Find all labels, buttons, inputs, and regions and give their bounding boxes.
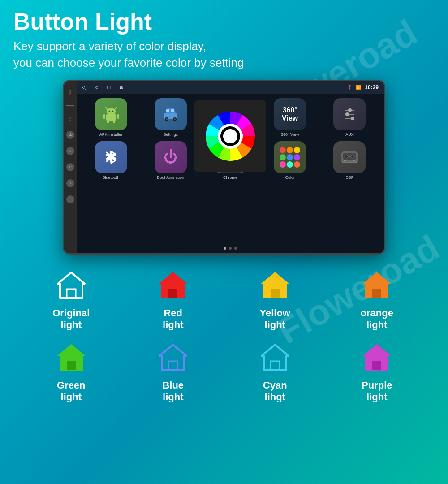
app-360view[interactable]: 360°View 360° View bbox=[263, 98, 318, 137]
svg-rect-46 bbox=[168, 361, 177, 370]
green-light-label: Greenlight bbox=[57, 380, 86, 403]
light-yellow: Yellowlight bbox=[226, 268, 324, 331]
view360-text: 360°View bbox=[282, 106, 298, 122]
home-btn[interactable]: ⌂ bbox=[66, 147, 74, 155]
svg-rect-48 bbox=[271, 361, 280, 370]
app-aux[interactable]: AUX bbox=[322, 98, 377, 137]
dot-1 bbox=[224, 247, 226, 250]
color-label: Color bbox=[285, 175, 295, 180]
apk-label: APK installer bbox=[99, 132, 123, 137]
svg-point-21 bbox=[345, 112, 349, 116]
svg-point-3 bbox=[108, 110, 110, 112]
app-color[interactable]: Color bbox=[263, 141, 318, 180]
lights-grid: Originallight Redlight Yellowlight bbox=[13, 268, 435, 403]
rst-label: RST bbox=[69, 116, 72, 121]
house-icon-yellow bbox=[257, 268, 293, 304]
svg-rect-42 bbox=[372, 289, 381, 298]
vol-down-btn[interactable]: − bbox=[66, 195, 74, 203]
light-green: Greenlight bbox=[22, 340, 120, 403]
svg-rect-7 bbox=[117, 114, 119, 119]
svg-rect-13 bbox=[171, 109, 174, 112]
original-light-label: Originallight bbox=[52, 307, 90, 331]
app-dsp[interactable]: DSP bbox=[322, 141, 377, 180]
purple-light-label: Purplelight bbox=[362, 380, 392, 403]
side-buttons: MIC RST ⏻ ⌂ ↩ + − bbox=[64, 81, 77, 253]
dsp-icon bbox=[333, 141, 366, 173]
red-light-label: Redlight bbox=[163, 307, 183, 331]
svg-rect-44 bbox=[67, 361, 76, 370]
view360-icon: 360°View bbox=[274, 98, 306, 130]
signal-icon: 📶 bbox=[356, 85, 361, 90]
svg-line-0 bbox=[106, 107, 108, 110]
light-orange: orangelight bbox=[328, 268, 426, 331]
dot-3 bbox=[234, 247, 237, 250]
back-btn[interactable]: ↩ bbox=[66, 163, 74, 171]
house-icon-green bbox=[53, 340, 89, 376]
svg-rect-6 bbox=[103, 114, 105, 119]
light-blue: Bluelight bbox=[125, 340, 222, 403]
cyan-light-label: Cyanlihgt bbox=[263, 380, 287, 403]
svg-rect-40 bbox=[271, 289, 280, 298]
dot-2 bbox=[229, 247, 232, 250]
yellow-light-label: Yellowlight bbox=[260, 307, 290, 331]
chrome-label: Chrome bbox=[223, 175, 237, 180]
view360-label: 360° View bbox=[281, 132, 299, 137]
nav-icons: ◁ ○ □ ⊞ bbox=[82, 84, 123, 91]
settings-label: Settings bbox=[164, 132, 178, 137]
house-icon-cyan bbox=[257, 340, 293, 376]
house-icon-purple bbox=[359, 340, 395, 376]
svg-rect-8 bbox=[107, 120, 109, 123]
svg-point-15 bbox=[166, 118, 168, 120]
page-title: Button Light bbox=[13, 9, 435, 35]
time-display: 10:29 bbox=[365, 84, 379, 91]
svg-point-26 bbox=[345, 155, 348, 158]
color-icon bbox=[274, 141, 306, 173]
boot-label: Boot Animation bbox=[157, 175, 185, 180]
bluetooth-icon: ✱ bbox=[95, 141, 127, 173]
status-bar: ◁ ○ □ ⊞ 📍 📶 10:29 bbox=[77, 81, 384, 94]
svg-marker-35 bbox=[58, 272, 85, 298]
light-original: Originallight bbox=[22, 268, 120, 331]
app-boot-animation[interactable]: ⏻ Boot Animation bbox=[143, 141, 198, 180]
svg-point-27 bbox=[351, 155, 354, 158]
light-red: Redlight bbox=[125, 268, 222, 331]
power-btn[interactable]: ⏻ bbox=[66, 131, 74, 139]
svg-point-23 bbox=[351, 117, 354, 120]
svg-rect-5 bbox=[106, 114, 116, 121]
color-wheel-overlay[interactable] bbox=[194, 100, 266, 172]
house-icon-red bbox=[155, 268, 191, 304]
mic-label: MIC bbox=[69, 90, 72, 95]
recents-nav-icon[interactable]: □ bbox=[107, 84, 110, 91]
svg-line-1 bbox=[115, 107, 116, 110]
house-icon-orange bbox=[359, 268, 395, 304]
app-settings[interactable]: Settings bbox=[143, 98, 198, 137]
svg-rect-12 bbox=[166, 109, 169, 112]
apk-icon bbox=[95, 98, 127, 130]
orange-light-label: orangelight bbox=[361, 307, 393, 331]
palette-dots bbox=[280, 147, 300, 168]
dsp-label: DSP bbox=[345, 175, 354, 180]
light-cyan: Cyanlihgt bbox=[226, 340, 324, 403]
house-icon-original bbox=[53, 268, 89, 304]
blue-light-label: Bluelight bbox=[162, 380, 184, 403]
svg-rect-38 bbox=[168, 289, 177, 298]
vol-up-btn[interactable]: + bbox=[66, 179, 74, 187]
device-wrapper: MIC RST ⏻ ⌂ ↩ + − ◁ ○ □ ⊞ bbox=[13, 80, 435, 255]
svg-rect-50 bbox=[372, 361, 381, 370]
aux-label: AUX bbox=[345, 132, 354, 137]
device-screen: ◁ ○ □ ⊞ 📍 📶 10:29 bbox=[77, 81, 384, 253]
svg-rect-36 bbox=[67, 289, 76, 298]
app-bluetooth[interactable]: ✱ Bluetooth bbox=[83, 141, 138, 180]
page-content: Button Light Key support a variety of co… bbox=[0, 0, 448, 412]
svg-rect-9 bbox=[113, 120, 115, 123]
svg-point-34 bbox=[223, 129, 237, 143]
app-grid-area: APK installer bbox=[77, 94, 384, 243]
svg-point-19 bbox=[348, 108, 352, 112]
location-icon: 📍 bbox=[347, 85, 352, 90]
color-wheel-svg bbox=[194, 100, 266, 172]
home-nav-icon[interactable]: ○ bbox=[95, 84, 98, 91]
app-apk-installer[interactable]: APK installer bbox=[83, 98, 138, 137]
status-right: 📍 📶 10:29 bbox=[347, 84, 379, 91]
back-nav-icon[interactable]: ◁ bbox=[82, 84, 86, 91]
apps-nav-icon[interactable]: ⊞ bbox=[120, 85, 123, 90]
